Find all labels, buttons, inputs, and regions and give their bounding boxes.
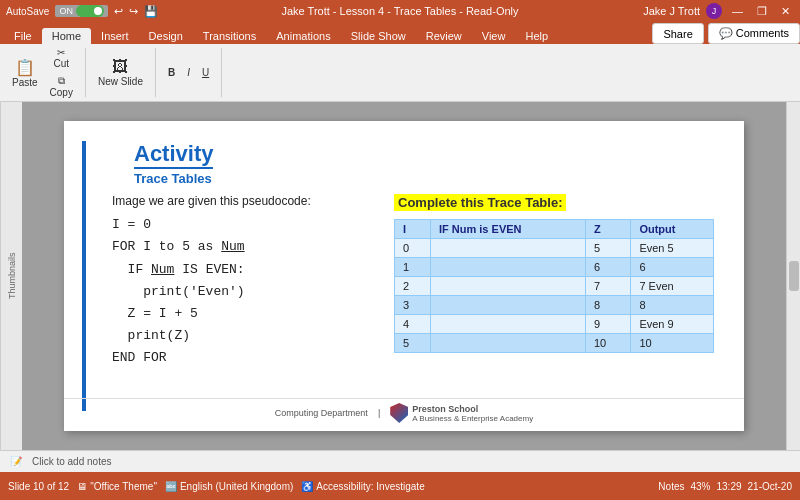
status-bar: Slide 10 of 12 🖥 "Office Theme" 🔤 Englis…	[0, 472, 800, 500]
ribbon-content: 📋 Paste ✂ Cut ⧉ Copy 🖼 New Slide B I U	[0, 44, 800, 102]
cell-4-0: 4	[395, 315, 431, 334]
notes-status[interactable]: Notes	[658, 481, 684, 492]
cut-copy-group: ✂ Cut ⧉ Copy	[46, 45, 77, 100]
user-avatar[interactable]: J	[706, 3, 722, 19]
cell-0-2: 5	[585, 239, 631, 258]
autosave-toggle[interactable]	[76, 5, 104, 17]
main-area: Thumbnails Activity Trace Tables Image w…	[0, 102, 800, 450]
cell-0-1	[430, 239, 585, 258]
tab-transitions[interactable]: Transitions	[193, 28, 266, 44]
paste-icon: 📋	[15, 58, 35, 77]
comments-button[interactable]: 💬 Comments	[708, 23, 800, 44]
user-name: Jake J Trott	[643, 5, 700, 17]
office-theme-icon: 🖥	[77, 481, 87, 492]
cell-2-2: 7	[585, 277, 631, 296]
scroll-handle[interactable]	[789, 261, 799, 291]
code-line-1: I = 0	[112, 214, 374, 236]
undo-icon[interactable]: ↩	[114, 5, 123, 18]
table-row: 166	[395, 258, 714, 277]
new-slide-icon: 🖼	[112, 58, 128, 76]
cell-2-3: 7 Even	[631, 277, 714, 296]
cut-button[interactable]: ✂ Cut	[46, 45, 77, 71]
ribbon-tabs: File Home Insert Design Transitions Anim…	[0, 22, 800, 44]
autosave-state: ON	[59, 6, 73, 16]
titlebar-right: Jake J Trott J — ❐ ✕	[643, 3, 794, 19]
right-sidebar	[786, 102, 800, 450]
notes-bar[interactable]: 📝 Click to add notes	[0, 450, 800, 472]
code-line-5: Z = I + 5	[112, 303, 374, 325]
school-info: Preston School A Business & Enterprise A…	[412, 404, 533, 423]
copy-icon: ⧉	[58, 75, 65, 87]
cell-4-2: 9	[585, 315, 631, 334]
table-row: 05Even 5	[395, 239, 714, 258]
slide-subtitle: Trace Tables	[134, 171, 714, 186]
status-right: Notes 43% 13:29 21-Oct-20	[658, 481, 792, 492]
date2: 21-Oct-20	[748, 481, 792, 492]
underline-button[interactable]: U	[198, 65, 213, 80]
window-title: Jake Trott - Lesson 4 - Trace Tables - R…	[281, 5, 518, 17]
slide: Activity Trace Tables Image we are given…	[64, 121, 744, 431]
accessibility-icon: ♿	[301, 481, 313, 492]
trace-table: I IF Num is EVEN Z Output 05Even 5166277…	[394, 219, 714, 353]
zoom-level: 43%	[690, 481, 710, 492]
cell-3-1	[430, 296, 585, 315]
table-body: 05Even 5166277 Even38849Even 951010	[395, 239, 714, 353]
tab-review[interactable]: Review	[416, 28, 472, 44]
theme-info: 🖥 "Office Theme"	[77, 481, 157, 492]
cell-5-3: 10	[631, 334, 714, 353]
cell-0-0: 0	[395, 239, 431, 258]
col-i: I	[395, 220, 431, 239]
cut-icon: ✂	[57, 47, 65, 58]
minimize-button[interactable]: —	[728, 4, 747, 18]
dept-label: Computing Department	[275, 408, 368, 418]
school-logo: Preston School A Business & Enterprise A…	[390, 403, 533, 423]
save-icon[interactable]: 💾	[144, 5, 158, 18]
footer-divider: |	[378, 408, 380, 418]
bold-button[interactable]: B	[164, 65, 179, 80]
code-line-7: END FOR	[112, 347, 374, 369]
cell-5-1	[430, 334, 585, 353]
cell-1-2: 6	[585, 258, 631, 277]
font-group: B I U	[164, 48, 222, 97]
slides-group: 🖼 New Slide	[94, 48, 156, 97]
tab-home[interactable]: Home	[42, 28, 91, 44]
cell-3-2: 8	[585, 296, 631, 315]
col-z: Z	[585, 220, 631, 239]
tab-animations[interactable]: Animations	[266, 28, 340, 44]
slide-title: Activity	[134, 141, 213, 169]
tab-insert[interactable]: Insert	[91, 28, 139, 44]
cell-1-1	[430, 258, 585, 277]
copy-button[interactable]: ⧉ Copy	[46, 73, 77, 100]
slide-info: Slide 10 of 12	[8, 481, 69, 492]
language-icon: 🔤	[165, 481, 177, 492]
cell-3-0: 3	[395, 296, 431, 315]
school-shield-icon	[390, 403, 408, 423]
close-button[interactable]: ✕	[777, 4, 794, 19]
cell-4-3: Even 9	[631, 315, 714, 334]
datetime: 13:29	[717, 481, 742, 492]
tab-file[interactable]: File	[4, 28, 42, 44]
cell-1-3: 6	[631, 258, 714, 277]
pseudocode: I = 0 FOR I to 5 as Num IF Num IS EVEN: …	[112, 214, 374, 369]
italic-button[interactable]: I	[183, 65, 194, 80]
redo-icon[interactable]: ↪	[129, 5, 138, 18]
share-button[interactable]: Share	[652, 23, 703, 44]
left-content: Image we are given this pseudocode: I = …	[94, 194, 374, 369]
clipboard-group: 📋 Paste ✂ Cut ⧉ Copy	[8, 48, 86, 97]
cell-1-0: 1	[395, 258, 431, 277]
paste-button[interactable]: 📋 Paste	[8, 56, 42, 90]
notes-label: Click to add notes	[32, 456, 112, 467]
ribbon-right: Share 💬 Comments	[652, 23, 800, 44]
tab-slideshow[interactable]: Slide Show	[341, 28, 416, 44]
code-line-4: print('Even')	[112, 281, 374, 303]
new-slide-button[interactable]: 🖼 New Slide	[94, 56, 147, 89]
slide-area: Activity Trace Tables Image we are given…	[22, 102, 786, 450]
title-bar: AutoSave ON ↩ ↪ 💾 Jake Trott - Lesson 4 …	[0, 0, 800, 22]
titlebar-left: AutoSave ON ↩ ↪ 💾	[6, 5, 158, 18]
autosave-badge: ON	[55, 5, 108, 17]
col-if-num: IF Num is EVEN	[430, 220, 585, 239]
tab-help[interactable]: Help	[515, 28, 558, 44]
restore-button[interactable]: ❐	[753, 4, 771, 19]
tab-view[interactable]: View	[472, 28, 516, 44]
tab-design[interactable]: Design	[139, 28, 193, 44]
